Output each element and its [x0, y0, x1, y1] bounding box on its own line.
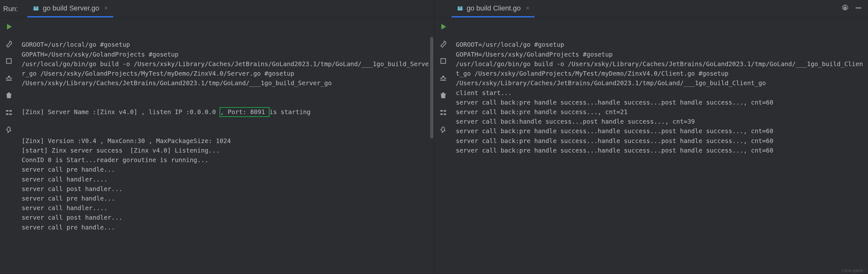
- svg-point-11: [844, 7, 846, 9]
- svg-point-0: [34, 6, 36, 8]
- svg-rect-17: [443, 113, 446, 115]
- svg-rect-16: [440, 113, 443, 115]
- console-line: server call back:pre handle success...ha…: [456, 98, 865, 107]
- pin-icon[interactable]: [437, 124, 449, 135]
- right-console[interactable]: GOROOT=/usr/local/go #gosetupGOPATH=/Use…: [452, 18, 868, 274]
- console-line: client start...: [456, 89, 865, 98]
- left-body: GOROOT=/usr/local/go #gosetupGOPATH=/Use…: [0, 18, 434, 274]
- svg-point-1: [36, 6, 38, 8]
- console-line: server call back:pre handle success...ha…: [456, 136, 865, 146]
- svg-rect-4: [6, 110, 8, 112]
- svg-point-8: [458, 6, 460, 8]
- run-label: Run:: [3, 5, 18, 13]
- text: [Zinx] Server Name :[Zinx v4.0] , listen…: [22, 108, 220, 116]
- layout-icon[interactable]: [3, 72, 14, 84]
- console-line: server call handler....: [22, 175, 431, 184]
- console-line: /usr/local/go/bin/go build -o /Users/xsk…: [22, 60, 431, 78]
- svg-rect-5: [9, 110, 12, 112]
- gear-icon[interactable]: [841, 4, 849, 14]
- console-line: server call pre handle...: [22, 223, 431, 232]
- right-header: go build Client.go ×: [434, 0, 868, 18]
- console-line: server call post handler...: [22, 213, 431, 222]
- stop-button[interactable]: [437, 55, 449, 67]
- console-line: /Users/xsky/Library/Caches/JetBrains/GoL…: [456, 78, 865, 88]
- tab-label: go build Client.go: [467, 4, 521, 12]
- console-line: [Zinx] Server Name :[Zinx v4.0] , listen…: [22, 107, 431, 117]
- header-actions: [841, 4, 868, 14]
- stop-button[interactable]: [3, 55, 14, 67]
- console-line: server call pre handle...: [22, 165, 431, 174]
- right-toolbar: [434, 18, 452, 274]
- wrench-icon[interactable]: [437, 38, 449, 49]
- tab-server[interactable]: go build Server.go ×: [27, 0, 113, 18]
- console-line: GOPATH=/Users/xsky/GolandProjects #goset…: [456, 50, 865, 60]
- trash-icon[interactable]: [437, 90, 449, 101]
- svg-rect-15: [443, 110, 446, 112]
- console-line: [Zinx] Version :V0.4 , MaxConn:30 , MaxP…: [22, 136, 431, 146]
- console-line: server call pre handle...: [22, 194, 431, 203]
- console-line: [start] Zinx server success [Zinx v4.0] …: [22, 146, 431, 156]
- svg-point-9: [460, 6, 462, 8]
- left-panel: Run: go build Server.go ×: [0, 0, 434, 274]
- console-line: /usr/local/go/bin/go build -o /Users/xsk…: [456, 60, 865, 78]
- soft-wrap-icon[interactable]: [3, 107, 14, 118]
- left-console[interactable]: GOROOT=/usr/local/go #gosetupGOPATH=/Use…: [18, 18, 434, 274]
- right-panel: go build Client.go ×: [434, 0, 868, 274]
- tab-client[interactable]: go build Client.go ×: [452, 0, 535, 18]
- svg-rect-10: [457, 8, 463, 10]
- go-file-icon: [32, 5, 39, 12]
- svg-rect-12: [856, 7, 861, 8]
- wrench-icon[interactable]: [3, 38, 14, 49]
- text: is starting: [270, 108, 311, 116]
- svg-rect-13: [441, 59, 445, 64]
- close-icon[interactable]: ×: [104, 4, 108, 12]
- svg-rect-14: [440, 110, 443, 112]
- left-toolbar: [0, 18, 18, 274]
- go-file-icon: [457, 5, 464, 12]
- rerun-button[interactable]: [437, 21, 449, 32]
- port-highlight: , Port: 8091: [220, 107, 270, 117]
- trash-icon[interactable]: [3, 90, 14, 101]
- console-line: GOROOT=/usr/local/go #gosetup: [22, 40, 431, 49]
- watermark: CSDN @MPE~: [841, 269, 865, 273]
- console-line: ConnID 0 is Start...reader goroutine is …: [22, 156, 431, 165]
- console-line: /Users/xsky/Library/Caches/JetBrains/GoL…: [22, 78, 431, 88]
- soft-wrap-icon[interactable]: [437, 107, 449, 118]
- scrollbar[interactable]: [430, 37, 433, 139]
- console-line: GOPATH=/Users/xsky/GolandProjects #goset…: [22, 50, 431, 60]
- minimize-icon[interactable]: [855, 4, 862, 14]
- console-line: server call back:pre handle success..., …: [456, 107, 865, 117]
- left-header: Run: go build Server.go ×: [0, 0, 434, 18]
- console-line: GOROOT=/usr/local/go #gosetup: [456, 40, 865, 49]
- console-line: server call back:pre handle success...ha…: [456, 146, 865, 156]
- svg-rect-6: [6, 113, 8, 115]
- close-icon[interactable]: ×: [526, 4, 530, 12]
- console-line: server call post handler...: [22, 184, 431, 194]
- run-tool-window: Run: go build Server.go ×: [0, 0, 868, 274]
- pin-icon[interactable]: [3, 124, 14, 135]
- right-body: GOROOT=/usr/local/go #gosetupGOPATH=/Use…: [434, 18, 868, 274]
- tab-label: go build Server.go: [43, 4, 99, 12]
- layout-icon[interactable]: [437, 72, 449, 84]
- svg-rect-2: [33, 8, 39, 10]
- console-line: server call handler....: [22, 203, 431, 213]
- svg-rect-3: [7, 59, 11, 64]
- console-line: server call back:pre handle success...ha…: [456, 127, 865, 136]
- console-line: server call back:handle success...post h…: [456, 117, 865, 127]
- svg-rect-7: [9, 113, 12, 115]
- rerun-button[interactable]: [3, 21, 14, 32]
